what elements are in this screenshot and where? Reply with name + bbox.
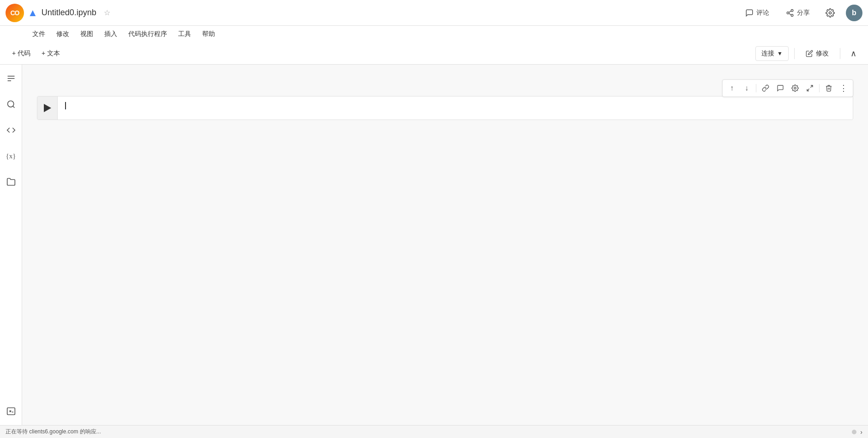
- sidebar-toc-icon[interactable]: [3, 70, 19, 87]
- status-bar-right: ›: [852, 428, 862, 436]
- toolbar-left: + 代码 + 文本: [7, 47, 755, 60]
- top-bar-right: 评论 分享 b: [741, 5, 862, 21]
- menu-file[interactable]: 文件: [28, 28, 50, 40]
- drive-icon: ▲: [28, 7, 38, 19]
- sidebar-code-icon[interactable]: [3, 122, 19, 138]
- chevron-down-icon: ▼: [777, 50, 783, 57]
- svg-line-4: [789, 11, 791, 12]
- svg-point-15: [794, 87, 796, 89]
- copy-link-button[interactable]: [759, 82, 772, 95]
- avatar[interactable]: b: [846, 5, 862, 21]
- toolbar-divider: [794, 48, 795, 59]
- svg-rect-11: [7, 408, 15, 415]
- svg-point-5: [829, 12, 832, 14]
- svg-line-3: [789, 13, 791, 15]
- cell-container: ↑ ↓: [37, 96, 853, 120]
- notebook-area: ↑ ↓: [22, 65, 868, 425]
- svg-point-2: [791, 14, 793, 17]
- link-icon: [762, 84, 769, 92]
- sidebar-search-icon[interactable]: [3, 96, 19, 113]
- svg-point-9: [7, 101, 13, 107]
- edit-button[interactable]: 修改: [800, 47, 834, 60]
- star-icon[interactable]: ☆: [104, 8, 110, 17]
- menu-insert[interactable]: 插入: [100, 28, 122, 40]
- move-up-button[interactable]: ↑: [725, 82, 738, 95]
- svg-point-1: [787, 12, 789, 14]
- svg-line-17: [807, 89, 809, 91]
- share-icon: [786, 9, 794, 17]
- arrow-down-icon: ↓: [745, 84, 748, 92]
- collapse-button[interactable]: ∧: [846, 46, 861, 61]
- add-code-button[interactable]: + 代码: [7, 47, 35, 60]
- sidebar-files-icon[interactable]: [3, 174, 19, 190]
- status-indicator: [852, 430, 856, 434]
- move-down-button[interactable]: ↓: [740, 82, 753, 95]
- svg-line-10: [12, 106, 14, 108]
- cell-toolbar-divider-2: [819, 84, 820, 92]
- chevron-up-icon: ∧: [850, 48, 856, 59]
- top-bar: CO ▲ Untitled0.ipynb ☆ 评论 分享 b: [0, 0, 868, 26]
- expand-cell-button[interactable]: [803, 82, 816, 95]
- svg-line-16: [810, 85, 813, 88]
- add-text-button[interactable]: + 文本: [37, 47, 65, 60]
- settings-button[interactable]: [822, 5, 838, 21]
- status-bar: 正在等待 clients6.google.com 的响应... ›: [0, 425, 868, 438]
- text-cursor: [65, 102, 66, 109]
- status-arrow-right[interactable]: ›: [860, 428, 862, 436]
- gear-cell-icon: [791, 84, 799, 92]
- expand-icon: [806, 84, 814, 92]
- add-comment-button[interactable]: [774, 82, 787, 95]
- gear-icon: [826, 8, 835, 18]
- ellipsis-icon: ⋮: [839, 84, 848, 92]
- play-icon: [44, 104, 51, 112]
- menu-tools[interactable]: 工具: [174, 28, 196, 40]
- more-options-button[interactable]: ⋮: [837, 82, 850, 95]
- share-button[interactable]: 分享: [781, 6, 814, 20]
- cell-toolbar: ↑ ↓: [722, 79, 853, 97]
- comment-cell-icon: [777, 84, 784, 92]
- menu-runtime[interactable]: 代码执行程序: [124, 28, 172, 40]
- doc-title[interactable]: Untitled0.ipynb: [42, 8, 96, 18]
- connect-button[interactable]: 连接 ▼: [755, 46, 789, 61]
- toolbar: + 代码 + 文本 连接 ▼ 修改 ∧: [0, 42, 868, 65]
- menu-view[interactable]: 视图: [76, 28, 98, 40]
- cell-settings-button[interactable]: [789, 82, 802, 95]
- sidebar-terminal-icon[interactable]: [3, 403, 19, 420]
- delete-cell-button[interactable]: [822, 82, 835, 95]
- left-sidebar: {x}: [0, 65, 22, 425]
- run-cell-button[interactable]: [37, 96, 58, 120]
- svg-point-0: [791, 9, 793, 12]
- sidebar-variables-icon[interactable]: {x}: [3, 148, 19, 164]
- logo-area: CO ▲ Untitled0.ipynb ☆: [6, 4, 110, 22]
- code-cell: [37, 96, 853, 120]
- cell-toolbar-divider-1: [756, 84, 756, 92]
- menu-edit[interactable]: 修改: [52, 28, 74, 40]
- status-text: 正在等待 clients6.google.com 的响应...: [6, 428, 101, 436]
- arrow-up-icon: ↑: [730, 84, 734, 92]
- comment-button[interactable]: 评论: [741, 6, 774, 20]
- cell-editor[interactable]: [58, 96, 853, 120]
- menu-bar: 文件 修改 视图 插入 代码执行程序 工具 帮助: [0, 26, 868, 42]
- menu-help[interactable]: 帮助: [198, 28, 220, 40]
- pencil-icon: [806, 50, 813, 57]
- trash-icon: [825, 84, 832, 92]
- toolbar-right: 连接 ▼ 修改 ∧: [755, 46, 861, 61]
- toolbar-divider-2: [840, 48, 840, 59]
- comment-icon: [745, 9, 754, 17]
- main-area: {x} ↑ ↓: [0, 65, 868, 425]
- colab-logo[interactable]: CO: [6, 4, 24, 22]
